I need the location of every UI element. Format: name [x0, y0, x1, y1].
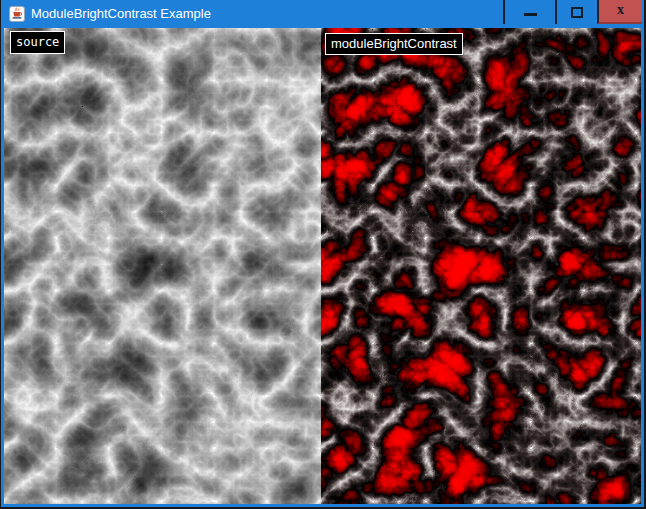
- window-title: ModuleBrightContrast Example: [31, 0, 211, 27]
- source-noise-image: [4, 28, 321, 504]
- minimize-button[interactable]: [503, 0, 555, 24]
- module-output-image: [321, 28, 641, 504]
- minimize-icon: [524, 13, 537, 16]
- maximize-button[interactable]: [555, 0, 597, 24]
- java-app-icon: [9, 6, 25, 22]
- app-window: ModuleBrightContrast Example x: [1, 0, 644, 507]
- source-label: source: [10, 31, 65, 54]
- titlebar[interactable]: ModuleBrightContrast Example x: [1, 0, 644, 28]
- module-output-panel: moduleBrightContrast: [321, 28, 641, 504]
- maximize-icon: [571, 7, 583, 18]
- close-button[interactable]: x: [597, 0, 642, 24]
- close-icon: x: [617, 3, 624, 19]
- module-label: moduleBrightContrast: [325, 33, 463, 55]
- source-image-panel: source: [4, 28, 321, 504]
- window-controls: x: [503, 0, 642, 24]
- content-area: source moduleBrightCont: [4, 28, 641, 504]
